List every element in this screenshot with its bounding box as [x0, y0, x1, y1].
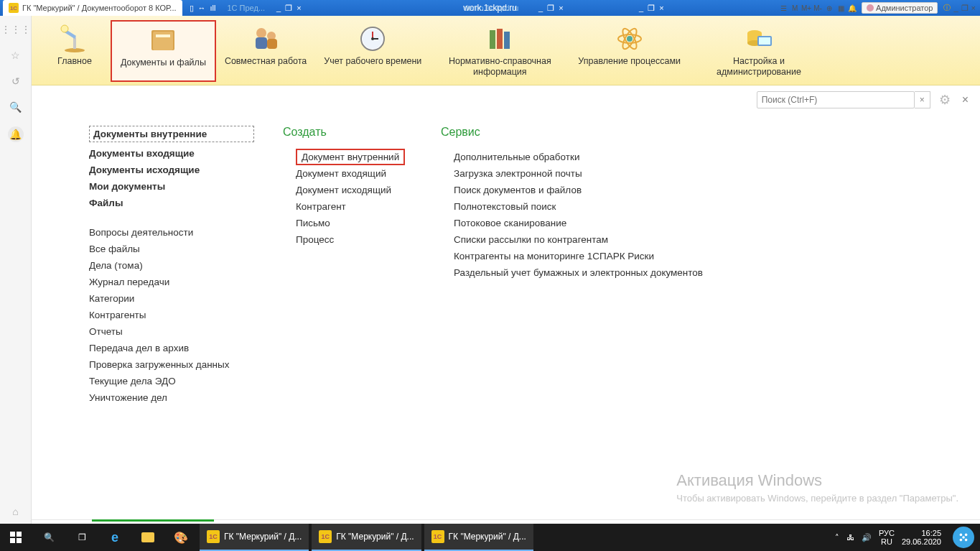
create-link[interactable]: Документ входящий — [296, 165, 412, 182]
mem-plus-icon[interactable]: M+ — [801, 3, 811, 13]
service-link[interactable]: Списки рассылки по контрагентам — [454, 231, 742, 248]
taskbar-item[interactable]: 1C ГК "Меркурий" / Д... — [424, 524, 533, 551]
nav-link[interactable]: Журнал передачи — [89, 274, 254, 290]
user-admin-pill[interactable]: Администратор — [862, 2, 938, 14]
ribbon-reference[interactable]: Нормативно-справочная информация — [430, 20, 569, 82]
list-icon[interactable]: ☰ — [778, 3, 788, 13]
svg-point-2 — [61, 25, 68, 32]
nav-link[interactable]: Контрагенты — [89, 307, 254, 323]
watermark-sub: Чтобы активировать Windows, перейдите в … — [676, 492, 958, 505]
tray-volume-icon[interactable]: 🔊 — [862, 533, 872, 542]
taskbar-item[interactable]: 1C ГК "Меркурий" / Д... — [200, 524, 309, 551]
service-link[interactable]: Раздельный учет бумажных и электронных д… — [454, 264, 742, 281]
ribbon-time[interactable]: Учет рабочего времени — [315, 20, 430, 82]
search-taskbar-icon[interactable]: 🔍 — [33, 524, 65, 551]
tray-clock[interactable]: 16:25 29.06.2020 — [902, 529, 941, 546]
bottom-border — [32, 519, 980, 524]
nav-link[interactable]: Категории — [89, 290, 254, 307]
create-link-highlighted[interactable]: Документ внутренний — [296, 149, 405, 165]
clear-search-button[interactable]: × — [915, 91, 930, 108]
nav-link[interactable]: Мои документы — [89, 178, 254, 195]
svg-rect-5 — [153, 32, 173, 50]
nav-link[interactable]: Все файлы — [89, 241, 254, 257]
ribbon-documents[interactable]: Документы и файлы — [111, 20, 216, 82]
nav-link[interactable]: Уничтожение дел — [89, 389, 254, 406]
ghost-tab[interactable]: 1C Пред... — [223, 4, 269, 12]
close-icon[interactable]: × — [971, 4, 976, 13]
app-1c-icon: 1C — [319, 530, 332, 543]
service-link[interactable]: Потоковое сканирование — [454, 215, 742, 231]
create-link[interactable]: Контрагент — [296, 198, 412, 215]
service-link[interactable]: Дополнительные обработки — [454, 149, 742, 165]
window-controls[interactable]: _ ❐ × — [953, 4, 976, 13]
service-link[interactable]: Контрагенты на мониторинге 1СПАРК Риски — [454, 248, 742, 264]
svg-rect-18 — [504, 32, 510, 49]
ghost-win-controls-2[interactable]: _❐× — [531, 4, 571, 13]
grid-icon[interactable]: ▦ — [836, 3, 846, 13]
service-link[interactable]: Поиск документов и файлов — [454, 182, 742, 198]
ghost-tab-2[interactable]: demo.1c-kpd.ru — [459, 4, 523, 12]
gear-icon[interactable]: ⚙ — [939, 92, 951, 108]
start-button[interactable] — [0, 524, 32, 551]
maximize-icon[interactable]: ❐ — [961, 4, 969, 13]
service-link[interactable]: Полнотекстовый поиск — [454, 198, 742, 215]
nav-link-current[interactable]: Документы внутренние — [89, 126, 254, 142]
service-title: Сервис — [441, 126, 742, 139]
search-icon[interactable]: 🔍 — [9, 101, 22, 114]
ghost-win-controls-1[interactable]: _❐× — [269, 4, 309, 13]
close-panel-icon[interactable]: × — [962, 93, 969, 106]
app-1c-icon: 1C — [9, 3, 19, 13]
ribbon-processes[interactable]: Управление процессами — [569, 20, 689, 82]
ribbon-main[interactable]: Главное — [39, 20, 111, 82]
history-icon[interactable]: ↺ — [9, 75, 22, 88]
explorer-icon[interactable] — [132, 524, 164, 551]
ribbon-settings[interactable]: Настройка и администрирование — [689, 20, 829, 82]
nav-link[interactable]: Документы исходящие — [89, 162, 254, 178]
create-link[interactable]: Письмо — [296, 215, 412, 231]
ghost-win-controls-3[interactable]: _❐× — [632, 4, 671, 13]
mem-minus-icon[interactable]: M- — [813, 3, 823, 13]
taskview-icon[interactable]: ❐ — [66, 524, 98, 551]
mem-icon[interactable]: M — [790, 3, 800, 13]
apps-grid-icon[interactable]: ⋮⋮⋮ — [9, 23, 22, 36]
svg-rect-8 — [256, 37, 267, 49]
create-link[interactable]: Процесс — [296, 231, 412, 248]
browser-tab-active[interactable]: 1C ГК "Меркурий" / Документооборот 8 КОР… — [3, 0, 182, 16]
ribbon-label: Управление процессами — [578, 56, 681, 67]
nav-link[interactable]: Вопросы деятельности — [89, 224, 254, 241]
notifications-icon[interactable]: 🔔 — [8, 126, 24, 142]
taskbar-item-label: ГК "Меркурий" / Д... — [449, 532, 526, 542]
assist-orb-icon[interactable] — [953, 527, 974, 548]
nav-link[interactable]: Текущие дела ЭДО — [89, 373, 254, 389]
create-link[interactable]: Документ исходящий — [296, 182, 412, 198]
svg-rect-30 — [10, 538, 15, 543]
svg-rect-10 — [267, 39, 277, 49]
atom-icon — [612, 24, 647, 53]
taskbar-item[interactable]: 1C ГК "Меркурий" / Д... — [312, 524, 421, 551]
nav-link[interactable]: Передача дел в архив — [89, 340, 254, 356]
ie-icon[interactable]: e — [99, 524, 131, 551]
tray-language[interactable]: РУС RU — [879, 529, 895, 546]
tray-network-icon[interactable]: 🖧 — [846, 533, 854, 542]
home-icon[interactable]: ⌂ — [9, 505, 22, 518]
tray-date: 29.06.2020 — [902, 537, 941, 546]
nav-link[interactable]: Отчеты — [89, 323, 254, 340]
paint-icon[interactable]: 🎨 — [165, 524, 197, 551]
star-icon[interactable]: ☆ — [9, 49, 22, 62]
bell-icon[interactable]: 🔔 — [847, 3, 857, 13]
plus-icon[interactable]: ⊕ — [824, 3, 834, 13]
nav-link[interactable]: Документы входящие — [89, 145, 254, 162]
svg-rect-16 — [490, 30, 495, 49]
ribbon-label: Учет рабочего времени — [324, 56, 421, 67]
minimize-icon[interactable]: _ — [953, 4, 958, 13]
left-rail: ⋮⋮⋮ ☆ ↺ 🔍 🔔 ⌂ — [0, 16, 32, 524]
nav-link[interactable]: Проверка загруженных данных — [89, 356, 254, 373]
nav-link[interactable]: Файлы — [89, 195, 254, 211]
service-link[interactable]: Загрузка электронной почты — [454, 165, 742, 182]
info-icon[interactable]: ⓘ — [942, 3, 952, 13]
nav-link[interactable]: Дела (тома) — [89, 257, 254, 274]
ribbon-collab[interactable]: Совместная работа — [216, 20, 315, 82]
svg-point-36 — [962, 536, 965, 539]
tray-chevron-icon[interactable]: ˄ — [835, 533, 839, 542]
search-input[interactable] — [757, 91, 915, 108]
